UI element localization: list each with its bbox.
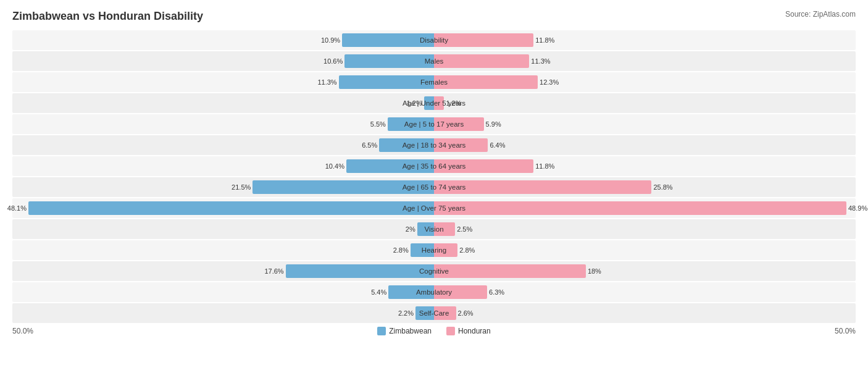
- zimbabwean-value: 21.5%: [232, 183, 252, 191]
- honduran-bar: [434, 75, 538, 89]
- honduran-value: 11.8%: [533, 162, 554, 170]
- honduran-bar: [434, 306, 456, 320]
- honduran-bar: [434, 243, 457, 257]
- honduran-bar: [434, 222, 455, 236]
- chart-row: 2.8%2.8%Hearing: [12, 240, 856, 260]
- honduran-legend-label: Honduran: [458, 327, 491, 335]
- zimbabwean-value: 11.3%: [317, 78, 338, 86]
- left-section: 10.9%: [12, 30, 434, 50]
- chart-row: 17.6%18%Cognitive: [12, 261, 856, 281]
- page-title: Zimbabwean vs Honduran Disability Source…: [12, 10, 856, 23]
- chart-row: 2.2%2.6%Self-Care: [12, 303, 856, 323]
- honduran-bar: [434, 201, 846, 215]
- right-section: 2.5%: [434, 219, 856, 239]
- honduran-bar: [434, 264, 586, 278]
- honduran-value: 2.8%: [457, 246, 475, 254]
- honduran-bar: [434, 54, 529, 68]
- chart-row: 10.9%11.8%Disability: [12, 30, 856, 50]
- honduran-value: 6.3%: [487, 288, 504, 296]
- chart-container: 10.9%11.8%Disability10.6%11.3%Males11.3%…: [12, 30, 856, 335]
- honduran-value: 48.9%: [846, 204, 867, 212]
- chart-row: 10.6%11.3%Males: [12, 51, 856, 71]
- chart-legend: Zimbabwean Honduran: [62, 327, 806, 335]
- zimbabwean-value: 17.6%: [264, 267, 285, 275]
- zimbabwean-value: 5.5%: [370, 120, 388, 128]
- chart-row: 5.5%5.9%Age | 5 to 17 years: [12, 114, 856, 134]
- zimbabwean-bar: [415, 306, 434, 320]
- chart-row: 1.2%1.2%Age | Under 5 years: [12, 93, 856, 113]
- right-section: 48.9%: [434, 198, 856, 218]
- footer-right-value: 50.0%: [806, 327, 856, 335]
- zimbabwean-value: 1.2%: [407, 99, 424, 107]
- honduran-value: 6.4%: [488, 141, 505, 149]
- zimbabwean-bar: [344, 54, 434, 68]
- source-label: Source: ZipAtlas.com: [785, 10, 856, 19]
- left-section: 1.2%: [12, 93, 434, 113]
- right-section: 11.3%: [434, 51, 856, 71]
- honduran-bar: [434, 117, 484, 131]
- footer-left-value: 50.0%: [12, 327, 62, 335]
- right-section: 6.4%: [434, 135, 856, 155]
- left-section: 11.3%: [12, 72, 434, 92]
- zimbabwean-value: 6.5%: [362, 141, 379, 149]
- chart-footer: 50.0% Zimbabwean Honduran 50.0%: [12, 327, 856, 335]
- zimbabwean-bar: [286, 264, 434, 278]
- left-section: 10.4%: [12, 156, 434, 176]
- honduran-bar: [434, 159, 533, 173]
- zimbabwean-bar: [339, 75, 434, 89]
- right-section: 11.8%: [434, 156, 856, 176]
- zimbabwean-legend-box: [377, 327, 386, 335]
- honduran-bar: [434, 33, 533, 47]
- left-section: 48.1%: [12, 198, 434, 218]
- left-section: 10.6%: [12, 51, 434, 71]
- honduran-value: 18%: [586, 267, 601, 275]
- zimbabwean-value: 2.2%: [398, 309, 415, 317]
- right-section: 1.2%: [434, 93, 856, 113]
- zimbabwean-value: 2%: [406, 225, 417, 233]
- zimbabwean-bar: [342, 33, 434, 47]
- right-section: 5.9%: [434, 114, 856, 134]
- left-section: 17.6%: [12, 261, 434, 281]
- legend-honduran: Honduran: [446, 327, 491, 335]
- honduran-legend-box: [446, 327, 455, 335]
- zimbabwean-bar: [424, 96, 434, 110]
- zimbabwean-bar: [28, 201, 434, 215]
- zimbabwean-value: 48.1%: [7, 204, 28, 212]
- zimbabwean-bar: [388, 285, 434, 299]
- zimbabwean-legend-label: Zimbabwean: [389, 327, 432, 335]
- zimbabwean-bar: [346, 159, 434, 173]
- honduran-value: 2.5%: [455, 225, 472, 233]
- honduran-value: 12.3%: [538, 78, 559, 86]
- chart-row: 11.3%12.3%Females: [12, 72, 856, 92]
- zimbabwean-value: 2.8%: [393, 246, 411, 254]
- left-section: 21.5%: [12, 177, 434, 197]
- honduran-bar: [434, 285, 487, 299]
- left-section: 5.5%: [12, 114, 434, 134]
- left-section: 2.8%: [12, 240, 434, 260]
- zimbabwean-value: 10.6%: [323, 57, 344, 65]
- zimbabwean-bar: [388, 117, 434, 131]
- honduran-bar: [434, 180, 651, 194]
- right-section: 12.3%: [434, 72, 856, 92]
- left-section: 2.2%: [12, 303, 434, 323]
- honduran-value: 1.2%: [444, 99, 461, 107]
- honduran-bar: [434, 96, 444, 110]
- zimbabwean-value: 10.9%: [321, 36, 342, 44]
- chart-row: 2%2.5%Vision: [12, 219, 856, 239]
- zimbabwean-value: 10.4%: [325, 162, 346, 170]
- chart-row: 21.5%25.8%Age | 65 to 74 years: [12, 177, 856, 197]
- right-section: 18%: [434, 261, 856, 281]
- zimbabwean-bar: [252, 180, 434, 194]
- right-section: 11.8%: [434, 30, 856, 50]
- zimbabwean-bar: [379, 138, 434, 152]
- chart-title: Zimbabwean vs Honduran Disability: [12, 10, 203, 23]
- zimbabwean-bar: [411, 243, 434, 257]
- left-section: 2%: [12, 219, 434, 239]
- zimbabwean-value: 5.4%: [371, 288, 388, 296]
- honduran-value: 2.6%: [456, 309, 474, 317]
- right-section: 2.6%: [434, 303, 856, 323]
- honduran-value: 11.3%: [529, 57, 550, 65]
- chart-row: 10.4%11.8%Age | 35 to 64 years: [12, 156, 856, 176]
- right-section: 25.8%: [434, 177, 856, 197]
- right-section: 6.3%: [434, 282, 856, 302]
